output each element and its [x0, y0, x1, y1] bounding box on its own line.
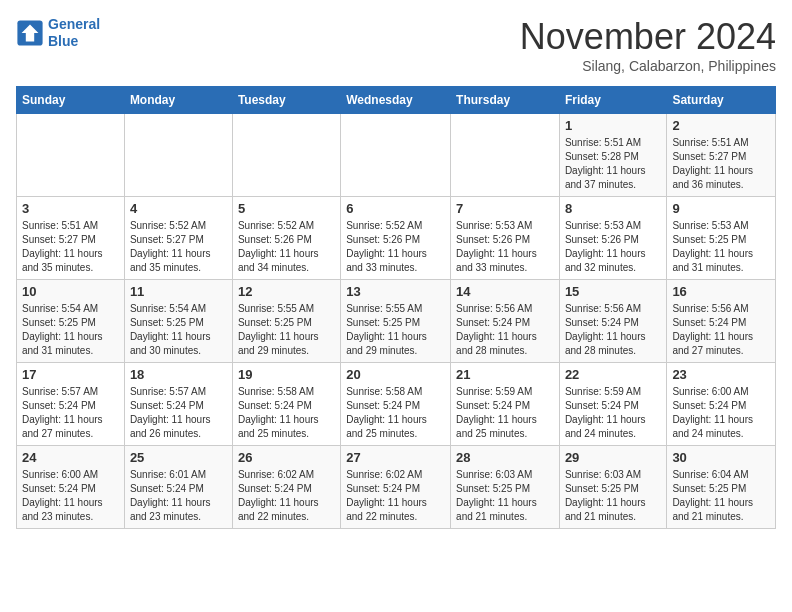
cell-sun-info: Sunrise: 5:51 AM Sunset: 5:27 PM Dayligh… [22, 219, 119, 275]
cell-day-number: 23 [672, 367, 770, 382]
calendar-cell [124, 114, 232, 197]
logo-text: General Blue [48, 16, 100, 50]
cell-day-number: 30 [672, 450, 770, 465]
cell-sun-info: Sunrise: 5:57 AM Sunset: 5:24 PM Dayligh… [22, 385, 119, 441]
calendar-cell: 19Sunrise: 5:58 AM Sunset: 5:24 PM Dayli… [232, 363, 340, 446]
cell-day-number: 5 [238, 201, 335, 216]
cell-sun-info: Sunrise: 5:52 AM Sunset: 5:26 PM Dayligh… [238, 219, 335, 275]
calendar-cell: 1Sunrise: 5:51 AM Sunset: 5:28 PM Daylig… [559, 114, 666, 197]
cell-sun-info: Sunrise: 5:59 AM Sunset: 5:24 PM Dayligh… [456, 385, 554, 441]
calendar-cell: 4Sunrise: 5:52 AM Sunset: 5:27 PM Daylig… [124, 197, 232, 280]
calendar-week-row: 10Sunrise: 5:54 AM Sunset: 5:25 PM Dayli… [17, 280, 776, 363]
calendar-cell: 24Sunrise: 6:00 AM Sunset: 5:24 PM Dayli… [17, 446, 125, 529]
calendar-cell: 9Sunrise: 5:53 AM Sunset: 5:25 PM Daylig… [667, 197, 776, 280]
calendar-cell: 29Sunrise: 6:03 AM Sunset: 5:25 PM Dayli… [559, 446, 666, 529]
calendar-cell [232, 114, 340, 197]
cell-day-number: 28 [456, 450, 554, 465]
logo-icon [16, 19, 44, 47]
cell-day-number: 11 [130, 284, 227, 299]
cell-day-number: 19 [238, 367, 335, 382]
cell-day-number: 29 [565, 450, 661, 465]
cell-sun-info: Sunrise: 6:01 AM Sunset: 5:24 PM Dayligh… [130, 468, 227, 524]
calendar-week-row: 1Sunrise: 5:51 AM Sunset: 5:28 PM Daylig… [17, 114, 776, 197]
cell-sun-info: Sunrise: 5:58 AM Sunset: 5:24 PM Dayligh… [238, 385, 335, 441]
cell-sun-info: Sunrise: 5:54 AM Sunset: 5:25 PM Dayligh… [130, 302, 227, 358]
calendar-cell: 10Sunrise: 5:54 AM Sunset: 5:25 PM Dayli… [17, 280, 125, 363]
cell-sun-info: Sunrise: 5:51 AM Sunset: 5:27 PM Dayligh… [672, 136, 770, 192]
cell-day-number: 21 [456, 367, 554, 382]
cell-day-number: 8 [565, 201, 661, 216]
cell-sun-info: Sunrise: 5:53 AM Sunset: 5:26 PM Dayligh… [565, 219, 661, 275]
cell-sun-info: Sunrise: 6:03 AM Sunset: 5:25 PM Dayligh… [456, 468, 554, 524]
weekday-header: Tuesday [232, 87, 340, 114]
calendar-cell: 21Sunrise: 5:59 AM Sunset: 5:24 PM Dayli… [451, 363, 560, 446]
calendar-cell: 3Sunrise: 5:51 AM Sunset: 5:27 PM Daylig… [17, 197, 125, 280]
cell-sun-info: Sunrise: 5:52 AM Sunset: 5:27 PM Dayligh… [130, 219, 227, 275]
calendar-header-row: SundayMondayTuesdayWednesdayThursdayFrid… [17, 87, 776, 114]
cell-day-number: 10 [22, 284, 119, 299]
cell-day-number: 22 [565, 367, 661, 382]
cell-day-number: 13 [346, 284, 445, 299]
title-block: November 2024 Silang, Calabarzon, Philip… [520, 16, 776, 74]
calendar-cell: 11Sunrise: 5:54 AM Sunset: 5:25 PM Dayli… [124, 280, 232, 363]
calendar-cell [17, 114, 125, 197]
calendar-cell: 28Sunrise: 6:03 AM Sunset: 5:25 PM Dayli… [451, 446, 560, 529]
calendar-cell: 2Sunrise: 5:51 AM Sunset: 5:27 PM Daylig… [667, 114, 776, 197]
cell-day-number: 20 [346, 367, 445, 382]
cell-day-number: 4 [130, 201, 227, 216]
cell-sun-info: Sunrise: 5:55 AM Sunset: 5:25 PM Dayligh… [346, 302, 445, 358]
cell-day-number: 16 [672, 284, 770, 299]
weekday-header: Wednesday [341, 87, 451, 114]
page-header: General Blue November 2024 Silang, Calab… [16, 16, 776, 74]
calendar-cell: 6Sunrise: 5:52 AM Sunset: 5:26 PM Daylig… [341, 197, 451, 280]
calendar-week-row: 3Sunrise: 5:51 AM Sunset: 5:27 PM Daylig… [17, 197, 776, 280]
calendar-cell: 26Sunrise: 6:02 AM Sunset: 5:24 PM Dayli… [232, 446, 340, 529]
location: Silang, Calabarzon, Philippines [520, 58, 776, 74]
cell-sun-info: Sunrise: 5:53 AM Sunset: 5:26 PM Dayligh… [456, 219, 554, 275]
weekday-header: Friday [559, 87, 666, 114]
cell-sun-info: Sunrise: 5:56 AM Sunset: 5:24 PM Dayligh… [456, 302, 554, 358]
calendar-cell: 8Sunrise: 5:53 AM Sunset: 5:26 PM Daylig… [559, 197, 666, 280]
cell-day-number: 3 [22, 201, 119, 216]
cell-day-number: 15 [565, 284, 661, 299]
cell-sun-info: Sunrise: 6:04 AM Sunset: 5:25 PM Dayligh… [672, 468, 770, 524]
cell-sun-info: Sunrise: 5:56 AM Sunset: 5:24 PM Dayligh… [672, 302, 770, 358]
calendar-cell: 20Sunrise: 5:58 AM Sunset: 5:24 PM Dayli… [341, 363, 451, 446]
weekday-header: Thursday [451, 87, 560, 114]
cell-sun-info: Sunrise: 5:58 AM Sunset: 5:24 PM Dayligh… [346, 385, 445, 441]
cell-sun-info: Sunrise: 5:57 AM Sunset: 5:24 PM Dayligh… [130, 385, 227, 441]
cell-sun-info: Sunrise: 5:54 AM Sunset: 5:25 PM Dayligh… [22, 302, 119, 358]
cell-sun-info: Sunrise: 5:59 AM Sunset: 5:24 PM Dayligh… [565, 385, 661, 441]
calendar-cell: 30Sunrise: 6:04 AM Sunset: 5:25 PM Dayli… [667, 446, 776, 529]
calendar-cell [451, 114, 560, 197]
calendar-cell: 17Sunrise: 5:57 AM Sunset: 5:24 PM Dayli… [17, 363, 125, 446]
cell-day-number: 18 [130, 367, 227, 382]
calendar-week-row: 17Sunrise: 5:57 AM Sunset: 5:24 PM Dayli… [17, 363, 776, 446]
cell-day-number: 14 [456, 284, 554, 299]
calendar-cell: 14Sunrise: 5:56 AM Sunset: 5:24 PM Dayli… [451, 280, 560, 363]
logo: General Blue [16, 16, 100, 50]
cell-sun-info: Sunrise: 6:02 AM Sunset: 5:24 PM Dayligh… [346, 468, 445, 524]
cell-day-number: 9 [672, 201, 770, 216]
cell-day-number: 6 [346, 201, 445, 216]
weekday-header: Monday [124, 87, 232, 114]
calendar-cell: 15Sunrise: 5:56 AM Sunset: 5:24 PM Dayli… [559, 280, 666, 363]
cell-day-number: 7 [456, 201, 554, 216]
cell-sun-info: Sunrise: 5:53 AM Sunset: 5:25 PM Dayligh… [672, 219, 770, 275]
cell-sun-info: Sunrise: 6:03 AM Sunset: 5:25 PM Dayligh… [565, 468, 661, 524]
calendar-cell: 7Sunrise: 5:53 AM Sunset: 5:26 PM Daylig… [451, 197, 560, 280]
calendar-cell: 16Sunrise: 5:56 AM Sunset: 5:24 PM Dayli… [667, 280, 776, 363]
calendar-cell: 18Sunrise: 5:57 AM Sunset: 5:24 PM Dayli… [124, 363, 232, 446]
calendar-week-row: 24Sunrise: 6:00 AM Sunset: 5:24 PM Dayli… [17, 446, 776, 529]
cell-day-number: 1 [565, 118, 661, 133]
calendar-cell [341, 114, 451, 197]
cell-day-number: 24 [22, 450, 119, 465]
cell-day-number: 17 [22, 367, 119, 382]
cell-day-number: 12 [238, 284, 335, 299]
cell-day-number: 25 [130, 450, 227, 465]
cell-day-number: 2 [672, 118, 770, 133]
cell-sun-info: Sunrise: 5:56 AM Sunset: 5:24 PM Dayligh… [565, 302, 661, 358]
month-title: November 2024 [520, 16, 776, 58]
calendar-cell: 22Sunrise: 5:59 AM Sunset: 5:24 PM Dayli… [559, 363, 666, 446]
cell-day-number: 27 [346, 450, 445, 465]
